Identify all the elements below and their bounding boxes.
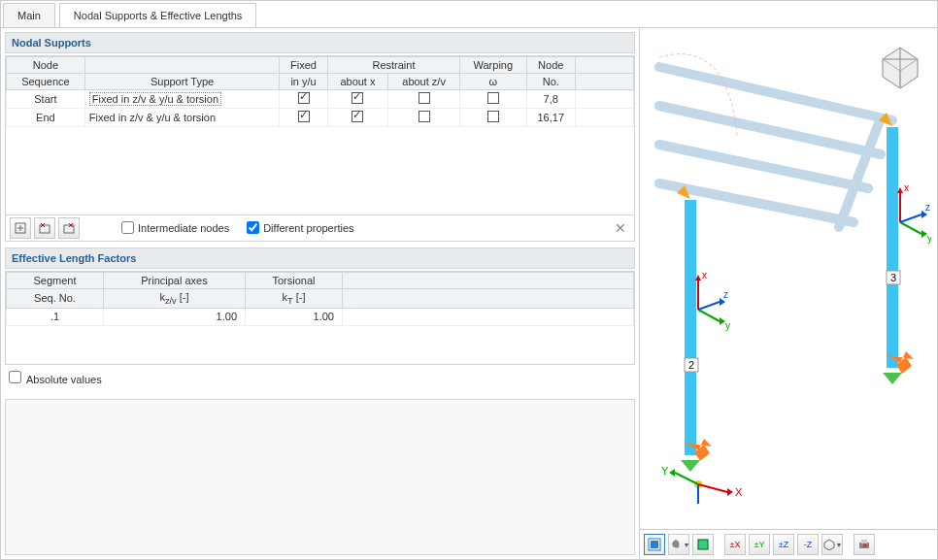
svg-marker-29 (883, 373, 902, 384)
cell-warping[interactable] (460, 109, 526, 127)
render-mode-button[interactable]: ▾ (668, 534, 689, 555)
viewport-toolbar: ▾ ±X ±Y ±Z -Z ▾ (640, 529, 937, 559)
svg-text:2: 2 (688, 359, 694, 371)
cell-seq: Start (7, 90, 85, 109)
different-properties-checkbox[interactable]: Different properties (247, 221, 353, 234)
cell-about-zv[interactable] (388, 109, 460, 127)
cell-seq: End (7, 109, 85, 127)
print-button[interactable] (854, 534, 875, 555)
tab-main[interactable]: Main (3, 3, 55, 27)
col-about-zv: about z/v (388, 74, 460, 90)
col-filler (576, 57, 634, 74)
svg-text:X: X (735, 486, 743, 498)
svg-line-53 (698, 484, 727, 492)
table-row[interactable]: End Fixed in z/v & y/u & torsion 16,17 (7, 109, 634, 127)
col-torsional: Torsional (246, 272, 343, 288)
tab-nodal-supports[interactable]: Nodal Supports & Effective Lengths (59, 3, 256, 27)
delete-row-button-2[interactable] (58, 217, 80, 239)
table-row[interactable]: .1 1.00 1.00 (7, 308, 634, 325)
cell-support-type[interactable]: Fixed in z/v & y/u & torsion (84, 90, 279, 109)
cell-seq: .1 (7, 308, 104, 325)
svg-line-17 (659, 145, 868, 188)
tab-bar: Main Nodal Supports & Effective Lengths (1, 1, 937, 28)
col-support-type-spacer (84, 57, 279, 74)
col-restraint: Restraint (327, 57, 459, 74)
cell-fixed-yu[interactable] (280, 90, 328, 109)
svg-text:y: y (725, 320, 730, 331)
nodal-supports-toolbar: Intermediate nodes Different properties … (6, 214, 634, 241)
nodal-supports-header: Nodal Supports (5, 32, 635, 53)
close-icon[interactable]: ✕ (611, 218, 630, 238)
svg-text:x: x (904, 182, 909, 193)
svg-line-49 (900, 214, 921, 222)
right-panel: 2 3 (640, 28, 937, 559)
svg-point-68 (863, 544, 867, 547)
svg-text:z: z (925, 202, 930, 213)
display-mode-button[interactable] (644, 534, 665, 555)
cell-about-zv[interactable] (388, 90, 460, 109)
col-segment: Segment (7, 272, 104, 288)
svg-marker-57 (669, 469, 675, 477)
left-panel: Nodal Supports Node Fixed Restraint Warp… (1, 28, 640, 559)
svg-rect-63 (651, 541, 658, 548)
col-fixed2: in y/u (280, 74, 328, 90)
col-warping: Warping (460, 57, 526, 74)
svg-line-46 (900, 222, 921, 234)
local-axes-icon: x y z (897, 182, 931, 244)
absolute-values-checkbox[interactable]: Absolute values (9, 371, 102, 385)
delete-row-button[interactable] (34, 217, 55, 239)
model-3d: 2 3 (640, 28, 931, 504)
col-elf-filler (343, 272, 634, 288)
col-nodeno: Node (526, 57, 575, 74)
col-segment2: Seq. No. (7, 288, 104, 308)
local-axes-icon: x y z (695, 270, 730, 331)
cell-fixed-yu[interactable] (280, 109, 328, 127)
cell-support-type[interactable]: Fixed in z/v & y/u & torsion (84, 109, 279, 127)
svg-line-56 (675, 473, 698, 484)
svg-text:3: 3 (890, 272, 896, 283)
nodal-supports-table: Node Fixed Restraint Warping Node Sequen… (5, 55, 635, 242)
view-neg-z-button[interactable]: -Z (797, 534, 819, 555)
shading-button[interactable] (692, 534, 714, 555)
col-about-x: about x (327, 74, 387, 90)
svg-line-40 (698, 302, 720, 310)
svg-rect-64 (698, 540, 708, 549)
view-z-button[interactable]: ±Z (773, 534, 794, 555)
svg-rect-67 (861, 540, 867, 544)
cell-kt[interactable]: 1.00 (246, 308, 343, 325)
svg-marker-54 (727, 488, 733, 496)
svg-text:z: z (723, 289, 728, 300)
col-nodeno2: No. (526, 74, 575, 90)
cell-about-x[interactable] (327, 90, 387, 109)
col-node-seq: Node (7, 57, 85, 74)
cell-about-x[interactable] (327, 109, 387, 127)
svg-marker-26 (681, 460, 700, 472)
col-node-seq2: Sequence (7, 74, 85, 90)
cell-warping[interactable] (460, 90, 526, 109)
col-fixed: Fixed (280, 57, 328, 74)
svg-text:x: x (702, 270, 707, 280)
col-support-type: Support Type (84, 74, 279, 90)
table-row[interactable]: Start Fixed in z/v & y/u & torsion 7,8 (7, 90, 634, 109)
elf-table: Segment Principal axes Torsional Seq. No… (5, 271, 635, 366)
view-iso-button[interactable]: ▾ (821, 534, 843, 555)
svg-line-19 (839, 123, 879, 227)
svg-line-37 (698, 310, 720, 321)
viewport-3d[interactable]: 2 3 (640, 28, 937, 529)
cell-kzv[interactable]: 1.00 (103, 308, 245, 325)
col-principal2: kz/v [-] (103, 288, 245, 308)
col-torsional2: kT [-] (246, 288, 343, 308)
view-x-button[interactable]: ±X (724, 534, 746, 555)
col-warping2: ω (460, 74, 526, 90)
svg-text:Y: Y (661, 465, 669, 477)
svg-marker-65 (824, 540, 834, 550)
col-filler2 (576, 74, 634, 90)
view-y-button[interactable]: ±Y (749, 534, 770, 555)
intermediate-nodes-checkbox[interactable]: Intermediate nodes (121, 221, 229, 234)
add-row-button[interactable] (10, 217, 31, 239)
global-axes-icon: X Y Z (661, 465, 743, 504)
elf-header: Effective Length Factors (5, 247, 635, 269)
cell-nodeno: 16,17 (526, 109, 575, 127)
blank-panel (5, 399, 635, 555)
cell-nodeno: 7,8 (526, 90, 575, 109)
